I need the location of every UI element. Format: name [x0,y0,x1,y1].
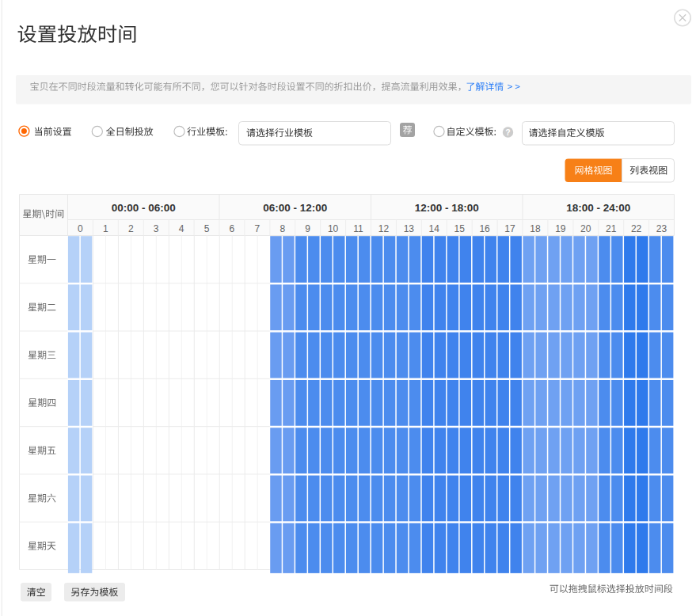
svg-text:9: 9 [305,223,310,234]
svg-text:18:00 - 24:00: 18:00 - 24:00 [566,202,630,214]
svg-text:2: 2 [128,223,134,234]
svg-text:20: 20 [580,223,591,234]
svg-text:5: 5 [204,223,210,234]
svg-text:17: 17 [504,223,515,234]
svg-text:00:00 - 06:00: 00:00 - 06:00 [112,202,176,214]
svg-text:4: 4 [179,223,184,234]
svg-text:13: 13 [404,223,415,234]
svg-text:11: 11 [353,223,363,234]
svg-text:22: 22 [631,223,642,234]
svg-text:16: 16 [479,223,490,234]
svg-text:18: 18 [530,223,541,234]
svg-text:23: 23 [656,223,667,234]
svg-text:6: 6 [230,223,235,234]
svg-text:?: ? [505,127,510,137]
svg-text:12:00 - 18:00: 12:00 - 18:00 [415,202,479,214]
svg-text:06:00 - 12:00: 06:00 - 12:00 [263,202,327,214]
svg-text:1: 1 [103,223,108,234]
svg-text:14: 14 [429,223,440,234]
svg-text:12: 12 [378,223,390,234]
svg-text:8: 8 [280,223,285,234]
svg-text:21: 21 [606,223,617,234]
svg-text:15: 15 [454,223,466,234]
svg-text:19: 19 [555,223,566,234]
svg-text:0: 0 [78,223,83,234]
svg-text:10: 10 [328,223,339,234]
svg-text:7: 7 [255,223,261,234]
svg-text:3: 3 [154,223,159,234]
